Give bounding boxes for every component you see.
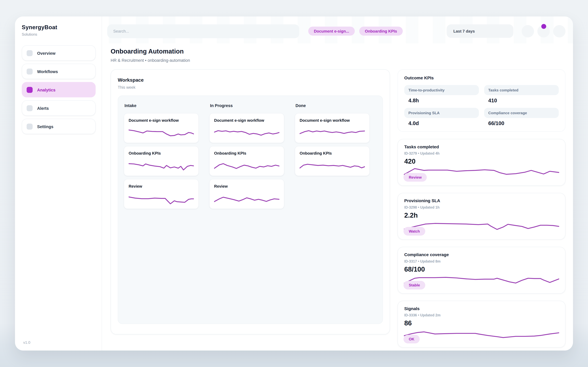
filter-chip-document-e-sign[interactable]: Document e-sign... bbox=[308, 27, 355, 36]
sparkline-chart bbox=[129, 158, 194, 173]
action-circle-1[interactable] bbox=[522, 25, 534, 37]
filter-chips: Document e-sign...Onboarding KPIs bbox=[304, 27, 403, 36]
main-area: Document e-sign...Onboarding KPIs Last 7… bbox=[102, 17, 573, 350]
sparkline-chart bbox=[404, 163, 559, 178]
sidebar-item-settings[interactable]: Settings bbox=[22, 119, 95, 134]
page-title: Onboarding Automation bbox=[111, 48, 565, 55]
status-badge: Review bbox=[404, 173, 427, 182]
kanban-card-document-e-sign-workflow[interactable]: Document e-sign workflow bbox=[209, 113, 284, 143]
sparkline-chart bbox=[214, 158, 279, 173]
sidebar-item-alerts[interactable]: Alerts bbox=[22, 100, 95, 116]
kpi-stat-compliance-coverage: Compliance coverage66/100 bbox=[484, 108, 559, 126]
column-title: In Progress bbox=[210, 103, 284, 108]
sidebar-item-label: Workflows bbox=[37, 69, 58, 74]
kanban-card-onboarding-kpis[interactable]: Onboarding KPIs bbox=[124, 146, 199, 176]
kpi-value: 4.8h bbox=[408, 97, 479, 103]
metric-cards: Tasks completedID-3279 • Updated 4h420Re… bbox=[398, 139, 565, 348]
metric-meta: ID-3279 • Updated 4h bbox=[404, 151, 559, 155]
sidebar-item-workflows[interactable]: Workflows bbox=[22, 64, 95, 79]
kpi-label: Provisioning SLA bbox=[404, 108, 479, 118]
kpi-stat-provisioning-sla: Provisioning SLA4.0d bbox=[404, 108, 479, 126]
brand-name: SynergyBoat bbox=[22, 24, 95, 30]
kpi-stat-tasks-completed: Tasks completed410 bbox=[484, 85, 559, 103]
kpi-label: Compliance coverage bbox=[484, 108, 559, 118]
kpi-value: 4.0d bbox=[408, 120, 479, 126]
sidebar-nav: OverviewWorkflowsAnalyticsAlertsSettings bbox=[22, 45, 95, 134]
sparkline-chart bbox=[214, 191, 279, 206]
breadcrumb: HR & Recruitment • onboarding-automation bbox=[111, 58, 565, 63]
app-window: SynergyBoat Solutions OverviewWorkflowsA… bbox=[15, 17, 573, 350]
kanban-card-onboarding-kpis[interactable]: Onboarding KPIs bbox=[295, 146, 370, 176]
settings-icon bbox=[27, 123, 33, 129]
action-circle-2[interactable] bbox=[553, 25, 565, 37]
kpi-stat-time-to-productivity: Time-to-productivity4.8h bbox=[404, 85, 479, 103]
workspace-title: Workspace bbox=[118, 77, 383, 83]
card-title: Onboarding KPIs bbox=[129, 151, 194, 155]
outcome-kpis-grid: Time-to-productivity4.8hTasks completed4… bbox=[404, 85, 559, 126]
sidebar-item-label: Analytics bbox=[37, 87, 55, 92]
metric-meta: ID-3298 • Updated 1h bbox=[404, 205, 559, 209]
outcome-kpis-panel: Outcome KPIs Time-to-productivity4.8hTas… bbox=[398, 69, 565, 132]
sparkline-chart bbox=[129, 191, 194, 206]
sparkline-chart bbox=[300, 158, 365, 173]
content-row: Workspace This week IntakeDocument e-sig… bbox=[107, 69, 565, 348]
metric-title: Compliance coverage bbox=[404, 252, 559, 257]
card-title: Onboarding KPIs bbox=[214, 151, 279, 155]
kpi-label: Tasks completed bbox=[484, 85, 559, 95]
metric-meta: ID-3317 • Updated 8m bbox=[404, 259, 559, 263]
page-header: Onboarding Automation HR & Recruitment •… bbox=[107, 48, 565, 63]
sidebar-item-analytics[interactable]: Analytics bbox=[22, 82, 95, 97]
kanban-card-review[interactable]: Review bbox=[124, 179, 199, 209]
avatar[interactable] bbox=[537, 25, 550, 37]
alerts-icon bbox=[27, 105, 33, 111]
workspace-panel: Workspace This week IntakeDocument e-sig… bbox=[111, 69, 390, 334]
metric-title: Provisioning SLA bbox=[404, 199, 559, 203]
metric-title: Signals bbox=[404, 306, 559, 311]
card-title: Document e-sign workflow bbox=[300, 118, 365, 122]
kanban-board: IntakeDocument e-sign workflowOnboarding… bbox=[118, 95, 383, 324]
card-title: Document e-sign workflow bbox=[214, 118, 279, 122]
kpi-value: 66/100 bbox=[488, 120, 559, 126]
card-title: Onboarding KPIs bbox=[300, 151, 365, 155]
kpi-label: Time-to-productivity bbox=[404, 85, 479, 95]
search-input[interactable] bbox=[107, 24, 299, 38]
metric-title: Tasks completed bbox=[404, 144, 559, 149]
sparkline-chart bbox=[129, 125, 194, 140]
card-title: Review bbox=[214, 184, 279, 188]
kanban-card-onboarding-kpis[interactable]: Onboarding KPIs bbox=[209, 146, 284, 176]
sidebar-item-overview[interactable]: Overview bbox=[22, 45, 95, 60]
status-badge: Stable bbox=[404, 281, 425, 290]
column-title: Intake bbox=[124, 103, 199, 108]
topbar-actions bbox=[522, 25, 566, 37]
kpi-value: 410 bbox=[488, 97, 559, 103]
workflows-icon bbox=[27, 68, 33, 74]
date-range-button[interactable]: Last 7 days bbox=[447, 24, 513, 38]
right-rail: Outcome KPIs Time-to-productivity4.8hTas… bbox=[398, 69, 565, 348]
metric-card-tasks-completed[interactable]: Tasks completedID-3279 • Updated 4h420Re… bbox=[398, 139, 565, 186]
workspace-subtitle: This week bbox=[118, 85, 383, 90]
sidebar: SynergyBoat Solutions OverviewWorkflowsA… bbox=[15, 17, 102, 350]
status-badge: Watch bbox=[404, 227, 425, 235]
sparkline-chart bbox=[404, 271, 559, 286]
card-title: Document e-sign workflow bbox=[129, 118, 194, 122]
sidebar-item-label: Alerts bbox=[37, 106, 49, 110]
kanban-column-intake: IntakeDocument e-sign workflowOnboarding… bbox=[124, 102, 199, 318]
app-background: SynergyBoat Solutions OverviewWorkflowsA… bbox=[0, 0, 588, 367]
filter-chip-onboarding-kpis[interactable]: Onboarding KPIs bbox=[359, 27, 403, 36]
metric-card-provisioning-sla[interactable]: Provisioning SLAID-3298 • Updated 1h2.2h… bbox=[398, 193, 565, 240]
column-title: Done bbox=[295, 103, 370, 108]
app-version: v1.0 bbox=[22, 340, 95, 344]
sidebar-spacer bbox=[22, 134, 95, 340]
metric-meta: ID-3336 • Updated 2m bbox=[404, 313, 559, 317]
metric-card-signals[interactable]: SignalsID-3336 • Updated 2m86OK bbox=[398, 301, 565, 348]
kanban-card-document-e-sign-workflow[interactable]: Document e-sign workflow bbox=[124, 113, 199, 143]
kanban-column-in-progress: In ProgressDocument e-sign workflowOnboa… bbox=[209, 102, 284, 318]
metric-card-compliance-coverage[interactable]: Compliance coverageID-3317 • Updated 8m6… bbox=[398, 247, 565, 294]
sparkline-chart bbox=[300, 125, 365, 140]
sparkline-chart bbox=[404, 217, 559, 232]
status-badge: OK bbox=[404, 335, 420, 343]
outcome-kpis-title: Outcome KPIs bbox=[404, 76, 559, 80]
kanban-card-document-e-sign-workflow[interactable]: Document e-sign workflow bbox=[295, 113, 370, 143]
topbar: Document e-sign...Onboarding KPIs Last 7… bbox=[107, 24, 565, 38]
kanban-card-review[interactable]: Review bbox=[209, 179, 284, 209]
